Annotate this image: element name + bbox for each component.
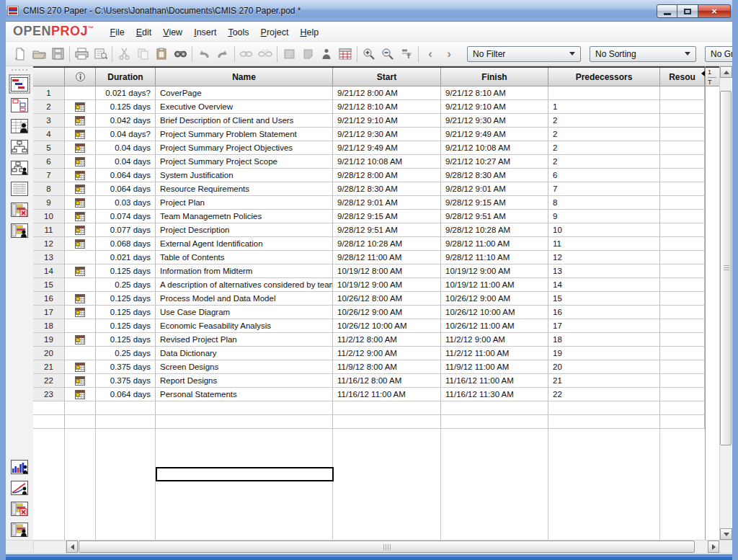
splitter-handle[interactable] (701, 71, 705, 76)
name-cell[interactable]: Report Designs (156, 374, 333, 388)
predecessors-cell[interactable]: 8 (548, 196, 660, 210)
duration-cell[interactable] (96, 415, 156, 429)
finish-cell[interactable]: 9/28/12 11:10 AM (441, 251, 548, 265)
start-column-header[interactable]: Start (333, 68, 441, 86)
row-number-cell[interactable]: 11 (33, 223, 65, 237)
predecessors-cell[interactable] (548, 401, 660, 415)
duration-cell[interactable]: 0.064 days (96, 182, 156, 196)
resources-cell[interactable] (660, 388, 705, 401)
info-cell[interactable] (65, 210, 96, 223)
resources-column-header[interactable]: Resou (660, 68, 705, 86)
row-number-cell[interactable]: 15 (33, 278, 65, 292)
start-cell[interactable]: 10/26/12 9:00 AM (333, 306, 441, 319)
name-cell[interactable]: Use Case Diagram (156, 306, 333, 319)
filter-dropdown[interactable]: No Filter (467, 46, 581, 62)
resources-cell[interactable] (660, 155, 705, 169)
finish-cell[interactable]: 9/28/12 8:30 AM (441, 169, 548, 182)
table-row[interactable]: 9 0.03 days Project Plan 9/28/12 9:01 AM… (33, 196, 705, 210)
row-number-cell[interactable]: 1 (33, 86, 65, 100)
finish-cell[interactable]: 9/21/12 9:30 AM (441, 114, 548, 128)
row-number-cell[interactable]: 7 (33, 169, 65, 182)
table-row[interactable]: 20 0.25 days Data Dictionary 11/2/12 9:0… (33, 347, 705, 360)
duration-cell[interactable]: 0.03 days (96, 196, 156, 210)
info-cell[interactable] (65, 401, 96, 415)
menu-help[interactable]: Help (295, 25, 325, 40)
unlink-button[interactable] (256, 45, 275, 63)
predecessors-cell[interactable]: 2 (548, 155, 660, 169)
row-number-cell[interactable]: 19 (33, 333, 65, 347)
finish-cell[interactable]: 9/21/12 9:49 AM (441, 128, 548, 141)
name-cell[interactable]: Resource Requirements (156, 182, 333, 196)
name-cell[interactable]: System Justification (156, 169, 333, 182)
finish-cell[interactable]: 9/21/12 10:27 AM (441, 155, 548, 169)
start-cell[interactable]: 9/28/12 9:51 AM (333, 223, 441, 237)
maximize-button[interactable] (677, 4, 698, 18)
start-cell[interactable]: 11/9/12 8:00 AM (333, 360, 441, 374)
name-cell[interactable]: Project Description (156, 223, 333, 237)
save-button[interactable] (48, 45, 67, 63)
paste-button[interactable] (152, 45, 171, 63)
table-row[interactable]: 6 0.04 days Project Summary Project Scop… (33, 155, 705, 169)
row-number-cell[interactable]: 2 (33, 100, 65, 114)
name-cell[interactable]: Information from Midterm (156, 265, 333, 278)
start-cell[interactable]: 9/21/12 9:49 AM (333, 141, 441, 155)
resources-cell[interactable] (660, 210, 705, 223)
finish-cell[interactable] (441, 401, 548, 415)
finish-cell[interactable]: 10/26/12 9:00 AM (441, 292, 548, 306)
resources-cell[interactable] (660, 100, 705, 114)
table-row[interactable]: 16 0.125 days Process Model and Data Mod… (33, 292, 705, 306)
start-cell[interactable]: 9/28/12 11:00 AM (333, 251, 441, 265)
table-row[interactable]: 8 0.064 days Resource Requirements 9/28/… (33, 182, 705, 196)
predecessors-cell[interactable]: 20 (548, 360, 660, 374)
table-row[interactable]: 1 0.021 days? CoverPage 9/21/12 8:00 AM … (33, 86, 705, 100)
new-document-button[interactable] (11, 45, 30, 63)
duration-cell[interactable] (96, 401, 156, 415)
vertical-scrollbar-thumb[interactable] (720, 91, 732, 445)
name-cell[interactable]: Project Plan (156, 196, 333, 210)
name-cell[interactable]: Revised Project Plan (156, 333, 333, 347)
predecessors-cell[interactable]: 9 (548, 210, 660, 223)
name-cell[interactable]: Personal Statements (156, 388, 333, 401)
duration-cell[interactable]: 0.125 days (96, 333, 156, 347)
row-number-cell[interactable]: 4 (33, 128, 65, 141)
name-cell[interactable]: Data Dictionary (156, 347, 333, 360)
row-number-cell[interactable]: 13 (33, 251, 65, 265)
duration-cell[interactable]: 0.074 days (96, 210, 156, 223)
info-cell[interactable] (65, 278, 96, 292)
table-row[interactable]: 15 0.25 days A description of alternativ… (33, 278, 705, 292)
start-cell[interactable]: 9/28/12 10:28 AM (333, 237, 441, 251)
resources-cell[interactable] (660, 114, 705, 128)
table-row[interactable]: 19 0.125 days Revised Project Plan 11/2/… (33, 333, 705, 347)
predecessors-cell[interactable]: 12 (548, 251, 660, 265)
info-cell[interactable] (65, 347, 96, 360)
info-cell[interactable] (65, 388, 96, 401)
row-number-cell[interactable]: 17 (33, 306, 65, 319)
row-number-cell[interactable]: 10 (33, 210, 65, 223)
resources-cell[interactable] (660, 169, 705, 182)
duration-cell[interactable]: 0.077 days (96, 223, 156, 237)
menu-project[interactable]: Project (255, 25, 295, 40)
row-number-cell[interactable]: 22 (33, 374, 65, 388)
start-cell[interactable]: 9/28/12 8:30 AM (333, 182, 441, 196)
menu-tools[interactable]: Tools (222, 25, 254, 40)
link-button[interactable] (237, 45, 256, 63)
start-cell[interactable] (333, 401, 441, 415)
sidebar-gantt-button[interactable] (9, 74, 30, 94)
resources-cell[interactable] (660, 333, 705, 347)
active-cell-editor[interactable] (156, 467, 334, 481)
name-column-header[interactable]: Name (156, 68, 333, 86)
table-row[interactable]: 5 0.04 days Project Summary Project Obje… (33, 141, 705, 155)
predecessors-cell[interactable]: 7 (548, 182, 660, 196)
start-cell[interactable]: 10/26/12 10:00 AM (333, 319, 441, 333)
duration-cell[interactable]: 0.125 days (96, 319, 156, 333)
name-cell[interactable]: Executive Overview (156, 100, 333, 114)
start-cell[interactable]: 11/2/12 8:00 AM (333, 333, 441, 347)
duration-cell[interactable]: 0.021 days (96, 251, 156, 265)
row-number-column-header[interactable] (33, 68, 65, 86)
sidebar-charts-button[interactable] (9, 478, 30, 497)
start-cell[interactable]: 9/28/12 8:00 AM (333, 169, 441, 182)
table-row[interactable]: 18 0.125 days Economic Feasability Analy… (33, 319, 705, 333)
name-cell[interactable]: CoverPage (156, 86, 333, 100)
name-cell[interactable]: Team Managemetn Policies (156, 210, 333, 223)
sidebar-resources-button[interactable] (9, 116, 30, 135)
